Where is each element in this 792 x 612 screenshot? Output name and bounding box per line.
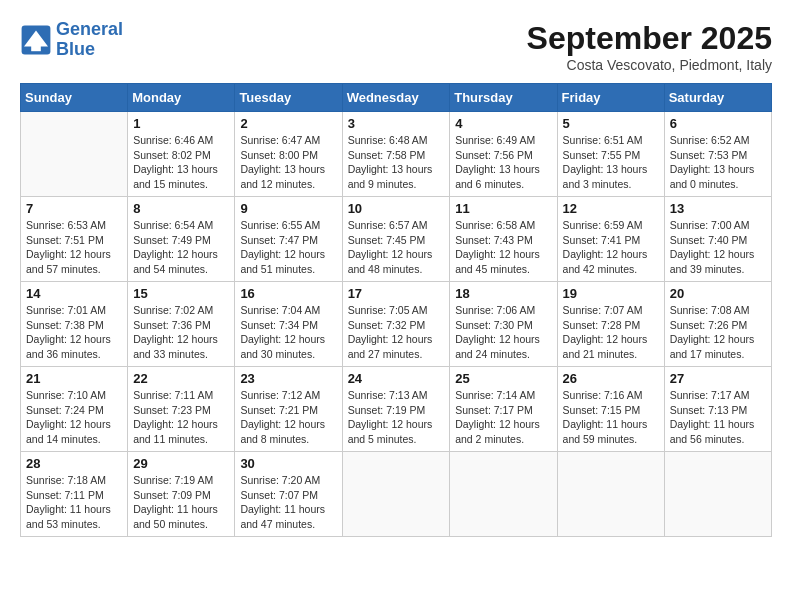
location-subtitle: Costa Vescovato, Piedmont, Italy (527, 57, 772, 73)
day-info: Sunrise: 6:51 AMSunset: 7:55 PMDaylight:… (563, 133, 659, 192)
calendar-cell: 11Sunrise: 6:58 AMSunset: 7:43 PMDayligh… (450, 197, 557, 282)
day-number: 20 (670, 286, 766, 301)
day-number: 4 (455, 116, 551, 131)
day-info: Sunrise: 7:01 AMSunset: 7:38 PMDaylight:… (26, 303, 122, 362)
svg-rect-2 (31, 45, 41, 51)
calendar-cell: 13Sunrise: 7:00 AMSunset: 7:40 PMDayligh… (664, 197, 771, 282)
weekday-header-tuesday: Tuesday (235, 84, 342, 112)
calendar-cell (664, 452, 771, 537)
day-info: Sunrise: 7:08 AMSunset: 7:26 PMDaylight:… (670, 303, 766, 362)
calendar-cell: 2Sunrise: 6:47 AMSunset: 8:00 PMDaylight… (235, 112, 342, 197)
calendar-cell: 14Sunrise: 7:01 AMSunset: 7:38 PMDayligh… (21, 282, 128, 367)
day-number: 10 (348, 201, 445, 216)
weekday-header-row: SundayMondayTuesdayWednesdayThursdayFrid… (21, 84, 772, 112)
day-number: 24 (348, 371, 445, 386)
day-number: 22 (133, 371, 229, 386)
day-number: 28 (26, 456, 122, 471)
day-info: Sunrise: 6:49 AMSunset: 7:56 PMDaylight:… (455, 133, 551, 192)
day-info: Sunrise: 6:47 AMSunset: 8:00 PMDaylight:… (240, 133, 336, 192)
calendar-cell: 30Sunrise: 7:20 AMSunset: 7:07 PMDayligh… (235, 452, 342, 537)
day-number: 13 (670, 201, 766, 216)
calendar-cell: 29Sunrise: 7:19 AMSunset: 7:09 PMDayligh… (128, 452, 235, 537)
day-info: Sunrise: 7:02 AMSunset: 7:36 PMDaylight:… (133, 303, 229, 362)
day-info: Sunrise: 7:07 AMSunset: 7:28 PMDaylight:… (563, 303, 659, 362)
day-info: Sunrise: 6:53 AMSunset: 7:51 PMDaylight:… (26, 218, 122, 277)
day-info: Sunrise: 7:04 AMSunset: 7:34 PMDaylight:… (240, 303, 336, 362)
day-number: 29 (133, 456, 229, 471)
day-info: Sunrise: 7:13 AMSunset: 7:19 PMDaylight:… (348, 388, 445, 447)
day-info: Sunrise: 7:06 AMSunset: 7:30 PMDaylight:… (455, 303, 551, 362)
calendar-cell: 8Sunrise: 6:54 AMSunset: 7:49 PMDaylight… (128, 197, 235, 282)
day-info: Sunrise: 7:12 AMSunset: 7:21 PMDaylight:… (240, 388, 336, 447)
day-info: Sunrise: 6:57 AMSunset: 7:45 PMDaylight:… (348, 218, 445, 277)
day-info: Sunrise: 6:58 AMSunset: 7:43 PMDaylight:… (455, 218, 551, 277)
week-row-1: 1Sunrise: 6:46 AMSunset: 8:02 PMDaylight… (21, 112, 772, 197)
calendar-cell: 7Sunrise: 6:53 AMSunset: 7:51 PMDaylight… (21, 197, 128, 282)
day-info: Sunrise: 7:19 AMSunset: 7:09 PMDaylight:… (133, 473, 229, 532)
day-info: Sunrise: 6:55 AMSunset: 7:47 PMDaylight:… (240, 218, 336, 277)
calendar-cell: 9Sunrise: 6:55 AMSunset: 7:47 PMDaylight… (235, 197, 342, 282)
day-info: Sunrise: 6:59 AMSunset: 7:41 PMDaylight:… (563, 218, 659, 277)
day-number: 2 (240, 116, 336, 131)
calendar-cell: 22Sunrise: 7:11 AMSunset: 7:23 PMDayligh… (128, 367, 235, 452)
logo-icon (20, 24, 52, 56)
calendar-cell: 12Sunrise: 6:59 AMSunset: 7:41 PMDayligh… (557, 197, 664, 282)
day-number: 3 (348, 116, 445, 131)
day-info: Sunrise: 7:11 AMSunset: 7:23 PMDaylight:… (133, 388, 229, 447)
day-number: 6 (670, 116, 766, 131)
calendar-cell: 16Sunrise: 7:04 AMSunset: 7:34 PMDayligh… (235, 282, 342, 367)
calendar-cell: 28Sunrise: 7:18 AMSunset: 7:11 PMDayligh… (21, 452, 128, 537)
weekday-header-monday: Monday (128, 84, 235, 112)
weekday-header-friday: Friday (557, 84, 664, 112)
day-number: 27 (670, 371, 766, 386)
calendar-cell: 18Sunrise: 7:06 AMSunset: 7:30 PMDayligh… (450, 282, 557, 367)
day-number: 18 (455, 286, 551, 301)
weekday-header-saturday: Saturday (664, 84, 771, 112)
calendar-cell: 24Sunrise: 7:13 AMSunset: 7:19 PMDayligh… (342, 367, 450, 452)
day-number: 8 (133, 201, 229, 216)
day-number: 26 (563, 371, 659, 386)
calendar-cell: 3Sunrise: 6:48 AMSunset: 7:58 PMDaylight… (342, 112, 450, 197)
week-row-2: 7Sunrise: 6:53 AMSunset: 7:51 PMDaylight… (21, 197, 772, 282)
calendar-cell: 27Sunrise: 7:17 AMSunset: 7:13 PMDayligh… (664, 367, 771, 452)
logo: General Blue (20, 20, 123, 60)
day-info: Sunrise: 7:18 AMSunset: 7:11 PMDaylight:… (26, 473, 122, 532)
calendar-cell: 6Sunrise: 6:52 AMSunset: 7:53 PMDaylight… (664, 112, 771, 197)
day-number: 17 (348, 286, 445, 301)
weekday-header-thursday: Thursday (450, 84, 557, 112)
calendar-cell: 4Sunrise: 6:49 AMSunset: 7:56 PMDaylight… (450, 112, 557, 197)
calendar-cell: 20Sunrise: 7:08 AMSunset: 7:26 PMDayligh… (664, 282, 771, 367)
day-number: 14 (26, 286, 122, 301)
day-info: Sunrise: 7:05 AMSunset: 7:32 PMDaylight:… (348, 303, 445, 362)
day-number: 12 (563, 201, 659, 216)
day-number: 15 (133, 286, 229, 301)
day-number: 1 (133, 116, 229, 131)
calendar-cell: 26Sunrise: 7:16 AMSunset: 7:15 PMDayligh… (557, 367, 664, 452)
day-info: Sunrise: 7:16 AMSunset: 7:15 PMDaylight:… (563, 388, 659, 447)
calendar-cell: 21Sunrise: 7:10 AMSunset: 7:24 PMDayligh… (21, 367, 128, 452)
weekday-header-sunday: Sunday (21, 84, 128, 112)
day-info: Sunrise: 7:14 AMSunset: 7:17 PMDaylight:… (455, 388, 551, 447)
day-info: Sunrise: 7:00 AMSunset: 7:40 PMDaylight:… (670, 218, 766, 277)
calendar-cell (450, 452, 557, 537)
day-number: 30 (240, 456, 336, 471)
month-title: September 2025 (527, 20, 772, 57)
logo-text: General Blue (56, 20, 123, 60)
calendar-cell (342, 452, 450, 537)
calendar-table: SundayMondayTuesdayWednesdayThursdayFrid… (20, 83, 772, 537)
day-info: Sunrise: 7:10 AMSunset: 7:24 PMDaylight:… (26, 388, 122, 447)
calendar-cell: 15Sunrise: 7:02 AMSunset: 7:36 PMDayligh… (128, 282, 235, 367)
day-number: 9 (240, 201, 336, 216)
day-number: 11 (455, 201, 551, 216)
calendar-cell: 1Sunrise: 6:46 AMSunset: 8:02 PMDaylight… (128, 112, 235, 197)
week-row-3: 14Sunrise: 7:01 AMSunset: 7:38 PMDayligh… (21, 282, 772, 367)
day-info: Sunrise: 7:20 AMSunset: 7:07 PMDaylight:… (240, 473, 336, 532)
calendar-cell: 10Sunrise: 6:57 AMSunset: 7:45 PMDayligh… (342, 197, 450, 282)
page-header: General Blue September 2025 Costa Vescov… (20, 20, 772, 73)
day-info: Sunrise: 6:46 AMSunset: 8:02 PMDaylight:… (133, 133, 229, 192)
calendar-cell: 17Sunrise: 7:05 AMSunset: 7:32 PMDayligh… (342, 282, 450, 367)
title-area: September 2025 Costa Vescovato, Piedmont… (527, 20, 772, 73)
calendar-cell: 23Sunrise: 7:12 AMSunset: 7:21 PMDayligh… (235, 367, 342, 452)
week-row-4: 21Sunrise: 7:10 AMSunset: 7:24 PMDayligh… (21, 367, 772, 452)
weekday-header-wednesday: Wednesday (342, 84, 450, 112)
